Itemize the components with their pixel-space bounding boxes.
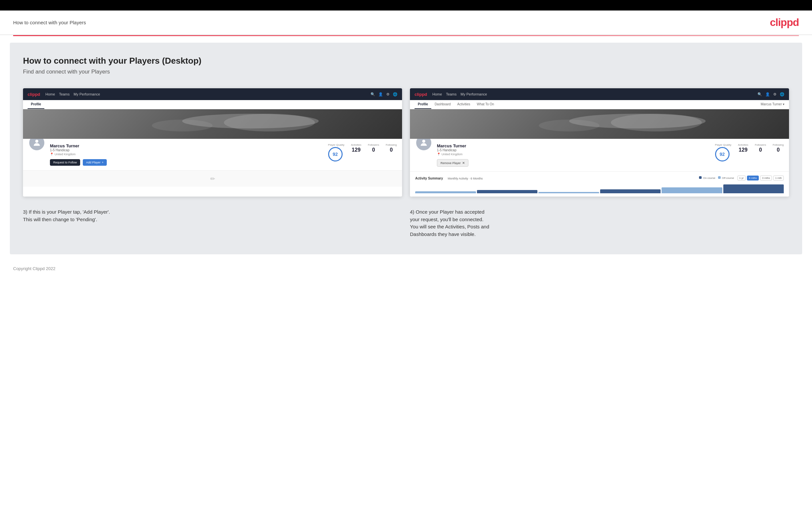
svg-point-0 xyxy=(224,114,315,131)
nav-teams-1[interactable]: Teams xyxy=(59,92,70,96)
app-nav-items-2: Home Teams My Performance xyxy=(432,92,487,96)
svg-point-5 xyxy=(422,140,425,143)
chart-bar-1 xyxy=(415,191,476,193)
nav-my-performance-1[interactable]: My Performance xyxy=(73,92,100,96)
activity-subtitle-2: Monthly Activity · 6 Months xyxy=(448,177,483,180)
globe-icon-2[interactable]: 🌐 xyxy=(780,92,784,97)
page-subheading: Find and connect with your Players xyxy=(23,69,789,75)
tab-dashboard-2[interactable]: Dashboard xyxy=(431,100,454,109)
avatar-icon-1 xyxy=(32,138,41,147)
profile-banner-2 xyxy=(410,109,789,139)
banner-svg-1 xyxy=(23,109,402,139)
app-nav-icons-2: 🔍 👤 ⚙ 🌐 xyxy=(757,92,784,97)
screenshot-2: clippd Home Teams My Performance 🔍 👤 ⚙ 🌐… xyxy=(410,88,789,196)
settings-icon-1[interactable]: ⚙ xyxy=(386,92,390,97)
svg-point-3 xyxy=(611,114,702,131)
profile-stats-2: Player Quality 92 Activities 129 Followe… xyxy=(715,142,784,161)
following-stat-1: Following 0 xyxy=(386,144,397,161)
tab-profile-2[interactable]: Profile xyxy=(414,100,431,109)
screenshots-row: clippd Home Teams My Performance 🔍 👤 ⚙ 🌐… xyxy=(23,88,789,196)
profile-banner-1 xyxy=(23,109,402,139)
player-quality-stat-2: Player Quality 92 xyxy=(715,144,731,161)
screenshot-bottom-1: ✏ xyxy=(23,170,402,187)
header: How to connect with your Players clippd xyxy=(0,10,812,35)
nav-home-2[interactable]: Home xyxy=(432,92,442,96)
app-logo-1: clippd xyxy=(28,92,40,97)
app-navbar-1: clippd Home Teams My Performance 🔍 👤 ⚙ 🌐 xyxy=(23,88,402,100)
filter-1mth[interactable]: 1 mth xyxy=(773,176,784,180)
app-tabs-1: Profile xyxy=(23,100,402,109)
user-icon-1[interactable]: 👤 xyxy=(378,92,383,97)
nav-home-1[interactable]: Home xyxy=(45,92,55,96)
quality-circle-1: 92 xyxy=(328,147,343,161)
profile-handicap-1: 1-5 Handicap xyxy=(50,148,323,152)
profile-name-1: Marcus Turner xyxy=(50,144,323,148)
profile-location-2: 📍 United Kingdom xyxy=(437,153,711,156)
tab-profile-1[interactable]: Profile xyxy=(28,100,44,109)
followers-stat-2: Followers 0 xyxy=(755,144,766,161)
activity-legend-2: On course Off course xyxy=(699,176,734,179)
activity-title-2: Activity Summary xyxy=(415,177,443,180)
request-follow-button-1[interactable]: Request to Follow xyxy=(50,159,80,166)
main-content: How to connect with your Players (Deskto… xyxy=(10,43,802,254)
activity-title-group: Activity Summary Monthly Activity · 6 Mo… xyxy=(415,175,483,181)
filter-6mths[interactable]: 6 mths xyxy=(747,176,759,180)
profile-location-1: 📍 United Kingdom xyxy=(50,153,323,156)
chart-bar-4 xyxy=(600,189,661,193)
pencil-icon-1: ✏ xyxy=(210,175,215,182)
nav-teams-2[interactable]: Teams xyxy=(446,92,457,96)
accent-line xyxy=(13,35,799,36)
legend-off-course: Off course xyxy=(718,176,734,179)
tab-what-to-on-2[interactable]: What To On xyxy=(474,100,498,109)
app-tabs-2: Profile Dashboard Activities What To On … xyxy=(410,100,789,109)
chart-bar-2 xyxy=(477,190,538,193)
filter-1yr[interactable]: 1 yr xyxy=(738,176,746,180)
copyright-text: Copyright Clippd 2022 xyxy=(13,266,55,271)
activity-chart-2 xyxy=(415,183,784,193)
profile-details-2: Marcus Turner 1-5 Handicap 📍 United King… xyxy=(437,142,711,167)
profile-details-1: Marcus Turner 1-5 Handicap 📍 United King… xyxy=(50,142,323,166)
player-quality-stat-1: Player Quality 92 xyxy=(328,144,345,161)
profile-info-2: Marcus Turner 1-5 Handicap 📍 United King… xyxy=(410,139,789,171)
chart-bar-5 xyxy=(662,187,722,193)
followers-stat-1: Followers 0 xyxy=(368,144,379,161)
add-player-button-1[interactable]: Add Player + xyxy=(83,159,107,166)
location-pin-icon-1: 📍 xyxy=(50,153,54,156)
profile-handicap-2: 1-5 Handicap xyxy=(437,148,711,152)
description-text-3: 3) If this is your Player tap, 'Add Play… xyxy=(23,208,402,223)
app-navbar-2: clippd Home Teams My Performance 🔍 👤 ⚙ 🌐 xyxy=(410,88,789,100)
activities-stat-2: Activities 129 xyxy=(738,144,748,161)
app-nav-icons-1: 🔍 👤 ⚙ 🌐 xyxy=(370,92,398,97)
search-icon-1[interactable]: 🔍 xyxy=(370,92,375,97)
descriptions-row: 3) If this is your Player tap, 'Add Play… xyxy=(23,208,789,238)
tab-user-dropdown-2[interactable]: Marcus Turner ▾ xyxy=(761,100,784,109)
footer: Copyright Clippd 2022 xyxy=(0,261,812,276)
page-heading: How to connect with your Players (Deskto… xyxy=(23,56,789,66)
user-icon-2[interactable]: 👤 xyxy=(765,92,770,97)
description-text-4: 4) Once your Player has acceptedyour req… xyxy=(410,208,789,238)
settings-icon-2[interactable]: ⚙ xyxy=(773,92,776,97)
svg-point-4 xyxy=(539,120,600,131)
search-icon-2[interactable]: 🔍 xyxy=(757,92,762,97)
remove-player-button-2[interactable]: Remove Player ✕ xyxy=(437,159,468,167)
activity-filters-2: 1 yr 6 mths 3 mths 1 mth xyxy=(738,176,784,180)
app-nav-items-1: Home Teams My Performance xyxy=(45,92,100,96)
activities-stat-1: Activities 129 xyxy=(351,144,361,161)
quality-circle-2: 92 xyxy=(715,147,729,161)
activity-header-2: Activity Summary Monthly Activity · 6 Mo… xyxy=(415,175,784,181)
svg-point-2 xyxy=(35,140,38,143)
action-buttons-1: Request to Follow Add Player + xyxy=(50,159,323,166)
chart-bar-6 xyxy=(723,184,784,193)
tab-activities-2[interactable]: Activities xyxy=(454,100,473,109)
header-title: How to connect with your Players xyxy=(13,20,86,25)
legend-on-course-dot xyxy=(699,176,702,179)
legend-off-course-dot xyxy=(718,176,721,179)
banner-svg-2 xyxy=(410,109,789,139)
filter-3mths[interactable]: 3 mths xyxy=(760,176,772,180)
nav-my-performance-2[interactable]: My Performance xyxy=(461,92,487,96)
globe-icon-1[interactable]: 🌐 xyxy=(393,92,398,97)
activity-summary-2: Activity Summary Monthly Activity · 6 Mo… xyxy=(410,171,789,196)
chart-bar-3 xyxy=(539,192,599,193)
profile-info-1: Marcus Turner 1-5 Handicap 📍 United King… xyxy=(23,139,402,170)
profile-stats-1: Player Quality 92 Activities 129 Followe… xyxy=(328,142,397,161)
